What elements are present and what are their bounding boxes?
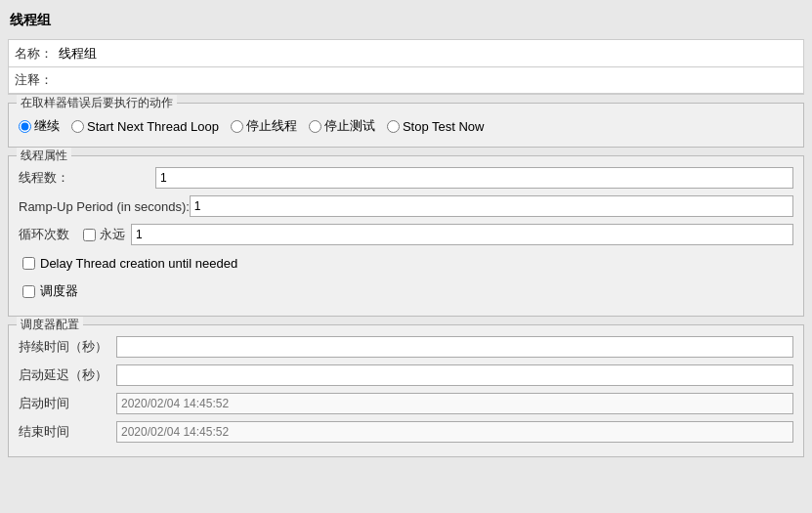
- start-time-row: 启动时间: [19, 392, 793, 415]
- thread-props-section: 线程属性 线程数： Ramp-Up Period (in seconds): 循…: [8, 155, 804, 317]
- thread-props-legend: 线程属性: [17, 148, 71, 164]
- startup-delay-label: 启动延迟（秒）: [19, 366, 116, 384]
- duration-input[interactable]: [116, 336, 793, 358]
- startup-delay-input[interactable]: [116, 364, 793, 386]
- forever-label[interactable]: 永远: [100, 226, 125, 243]
- thread-count-input[interactable]: [155, 167, 793, 189]
- delay-thread-row: Delay Thread creation until needed: [19, 251, 793, 275]
- ramp-up-label: Ramp-Up Period (in seconds):: [19, 199, 190, 214]
- forever-checkbox[interactable]: [83, 229, 96, 241]
- delay-thread-label[interactable]: Delay Thread creation until needed: [40, 256, 237, 271]
- end-time-label: 结束时间: [19, 423, 116, 441]
- end-time-input[interactable]: [116, 421, 793, 443]
- comment-label: 注释：: [15, 71, 53, 89]
- action-section: 在取样器错误后要执行的动作 继续 Start Next Thread Loop …: [8, 103, 804, 148]
- radio-stop-test-label[interactable]: 停止测试: [324, 117, 375, 135]
- scheduler-legend: 调度器配置: [17, 317, 83, 333]
- radio-continue-label[interactable]: 继续: [34, 117, 60, 135]
- radio-continue[interactable]: 继续: [19, 117, 60, 135]
- radio-stop-test-input[interactable]: [309, 120, 321, 133]
- thread-count-row: 线程数：: [19, 166, 793, 190]
- radio-stop-thread[interactable]: 停止线程: [231, 117, 297, 135]
- radio-stop-test-now[interactable]: Stop Test Now: [387, 119, 485, 134]
- loop-count-input[interactable]: [131, 224, 793, 245]
- name-label: 名称：: [15, 45, 53, 63]
- ramp-up-row: Ramp-Up Period (in seconds):: [19, 194, 793, 218]
- start-time-label: 启动时间: [19, 395, 116, 412]
- name-row: 名称：: [9, 40, 803, 67]
- scheduler-section: 调度器配置 持续时间（秒） 启动延迟（秒） 启动时间 结束时间: [8, 324, 804, 457]
- action-legend: 在取样器错误后要执行的动作: [17, 95, 177, 111]
- page-title: 线程组: [8, 8, 804, 33]
- thread-count-label: 线程数：: [19, 169, 155, 187]
- name-input[interactable]: [57, 46, 797, 61]
- name-comment-box: 名称： 注释：: [8, 39, 804, 95]
- startup-delay-row: 启动延迟（秒）: [19, 363, 793, 387]
- ramp-up-input[interactable]: [190, 195, 793, 217]
- radio-stop-thread-input[interactable]: [231, 120, 243, 133]
- main-container: 线程组 名称： 注释： 在取样器错误后要执行的动作 继续 Start Next …: [0, 0, 812, 513]
- scheduler-label[interactable]: 调度器: [40, 282, 78, 300]
- comment-row: 注释：: [9, 67, 803, 94]
- radio-stop-test-now-label[interactable]: Stop Test Now: [403, 119, 485, 134]
- radio-stop-thread-label[interactable]: 停止线程: [246, 117, 297, 135]
- radio-continue-input[interactable]: [19, 120, 31, 133]
- radio-start-next[interactable]: Start Next Thread Loop: [71, 119, 219, 134]
- scheduler-row: 调度器: [19, 279, 793, 303]
- radio-stop-test[interactable]: 停止测试: [309, 117, 375, 135]
- radio-start-next-input[interactable]: [71, 120, 84, 133]
- delay-thread-checkbox[interactable]: [22, 257, 35, 270]
- duration-label: 持续时间（秒）: [19, 338, 116, 356]
- radio-stop-test-now-input[interactable]: [387, 120, 400, 133]
- action-radio-group: 继续 Start Next Thread Loop 停止线程 停止测试 Stop…: [19, 109, 793, 139]
- loop-label: 循环次数: [19, 226, 77, 243]
- start-time-input[interactable]: [116, 393, 793, 414]
- scheduler-checkbox[interactable]: [22, 285, 35, 298]
- radio-start-next-label[interactable]: Start Next Thread Loop: [87, 119, 219, 134]
- loop-row: 循环次数 永远: [19, 223, 793, 246]
- end-time-row: 结束时间: [19, 420, 793, 444]
- duration-row: 持续时间（秒）: [19, 335, 793, 359]
